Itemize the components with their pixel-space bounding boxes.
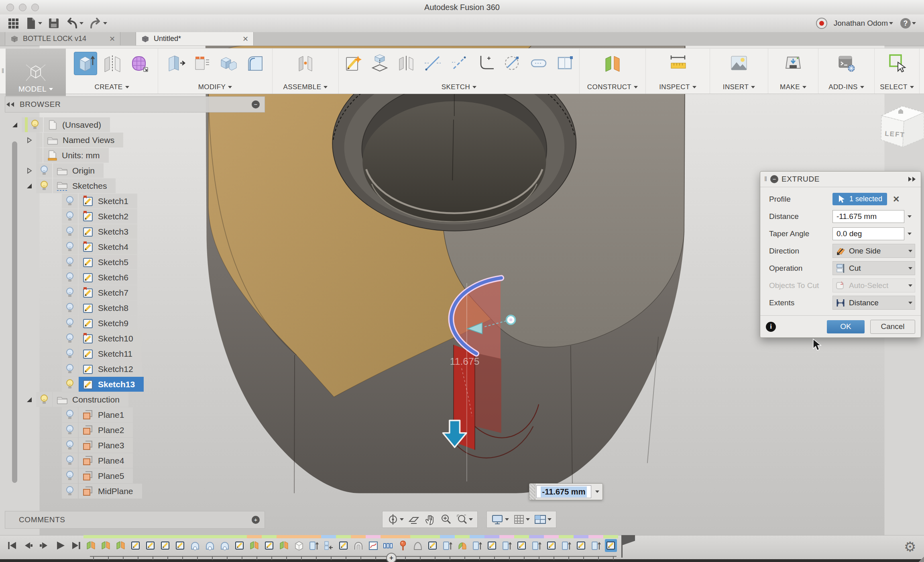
visibility-cell[interactable] bbox=[62, 377, 78, 392]
chevron-down-icon[interactable] bbox=[908, 215, 912, 218]
timeline-feature-plane[interactable] bbox=[83, 535, 98, 552]
ribbon-group-select-menu[interactable]: SELECT bbox=[880, 83, 914, 91]
visibility-bulb-icon[interactable] bbox=[65, 378, 75, 390]
timeline-feature-hole[interactable] bbox=[202, 535, 217, 552]
tab-untitled[interactable]: Untitled* ✕ bbox=[136, 32, 254, 45]
visibility-bulb-icon[interactable] bbox=[65, 348, 75, 360]
browser-row-plane2[interactable]: Plane2 bbox=[10, 423, 267, 437]
chevron-down-icon[interactable] bbox=[908, 233, 912, 235]
timeline-feature-plane[interactable] bbox=[277, 535, 291, 552]
timeline-feature-sketch[interactable] bbox=[514, 535, 529, 552]
collapsed-expander-icon[interactable] bbox=[24, 137, 35, 144]
visibility-bulb-icon[interactable] bbox=[65, 226, 75, 238]
display-button[interactable] bbox=[490, 513, 510, 526]
browser-item-sketch13[interactable]: Sketch13 bbox=[79, 377, 144, 392]
joint-button[interactable] bbox=[294, 52, 317, 74]
timeline-feature-patch[interactable] bbox=[366, 535, 381, 552]
taper-input[interactable]: 0.0 deg bbox=[832, 227, 904, 240]
visibility-cell[interactable] bbox=[62, 255, 78, 270]
line2-button[interactable] bbox=[448, 52, 470, 74]
ribbon-group-assemble-menu[interactable]: ASSEMBLE bbox=[283, 83, 328, 91]
browser-item-plane4[interactable]: Plane4 bbox=[79, 453, 133, 468]
pb-play-button[interactable] bbox=[54, 539, 67, 552]
collapsed-expander-icon[interactable] bbox=[24, 167, 35, 174]
slot-button[interactable] bbox=[527, 52, 550, 74]
browser-row-sketch12[interactable]: Sketch12 bbox=[10, 362, 267, 376]
cancel-button[interactable]: Cancel bbox=[870, 320, 915, 334]
browser-row-sketch13[interactable]: Sketch13 bbox=[10, 377, 267, 392]
browser-row-named-views[interactable]: Named Views bbox=[10, 133, 267, 147]
browser-item-midplane[interactable]: MidPlane bbox=[79, 484, 142, 499]
lookat-button[interactable] bbox=[407, 513, 421, 526]
chevron-down-icon[interactable] bbox=[400, 518, 404, 521]
visibility-cell[interactable] bbox=[62, 209, 78, 224]
fillet-button[interactable] bbox=[244, 52, 266, 74]
timeline-feature-pin[interactable] bbox=[395, 535, 410, 552]
visibility-bulb-icon[interactable] bbox=[65, 485, 75, 497]
visibility-cell[interactable] bbox=[62, 362, 78, 376]
app-grid-button[interactable] bbox=[6, 16, 20, 30]
visibility-cell[interactable] bbox=[62, 224, 78, 239]
timeline-feature-sketch[interactable] bbox=[603, 535, 618, 552]
browser-item-sketch11[interactable]: Sketch11 bbox=[79, 346, 141, 361]
project-button[interactable] bbox=[368, 52, 391, 74]
timeline-feature-plane[interactable] bbox=[98, 535, 113, 552]
expanded-expander-icon[interactable] bbox=[24, 396, 35, 403]
browser-item-sketch4[interactable]: Sketch4 bbox=[79, 239, 137, 254]
save-button[interactable] bbox=[47, 16, 61, 30]
timeline-feature-extrude[interactable] bbox=[499, 535, 514, 552]
visibility-cell[interactable] bbox=[62, 270, 78, 285]
browser-row-sketch8[interactable]: Sketch8 bbox=[10, 300, 267, 315]
visibility-bulb-icon[interactable] bbox=[39, 165, 49, 177]
visibility-cell[interactable] bbox=[62, 316, 78, 331]
visibility-cell[interactable] bbox=[62, 239, 78, 254]
browser-item-sketch6[interactable]: Sketch6 bbox=[79, 270, 137, 285]
browser-row-sketch2[interactable]: Sketch2 bbox=[10, 209, 267, 224]
visibility-cell[interactable] bbox=[62, 423, 78, 437]
browser-row-sketch6[interactable]: Sketch6 bbox=[10, 270, 267, 285]
timeline-feature-sketch[interactable] bbox=[544, 535, 559, 552]
collapse-panel-icon[interactable] bbox=[5, 101, 16, 108]
chevron-down-icon[interactable] bbox=[103, 22, 107, 25]
browser-item-sketch8[interactable]: Sketch8 bbox=[79, 300, 137, 315]
timeline-feature-hole[interactable] bbox=[217, 535, 232, 552]
visibility-cell[interactable] bbox=[36, 163, 52, 178]
chevron-down-icon[interactable] bbox=[526, 518, 530, 521]
visibility-bulb-icon[interactable] bbox=[65, 272, 75, 284]
distance-input[interactable]: -11.675 mm bbox=[832, 210, 904, 223]
browser-item-construction[interactable]: Construction bbox=[53, 392, 128, 407]
visibility-cell[interactable] bbox=[62, 331, 78, 346]
visibility-bulb-icon[interactable] bbox=[65, 470, 75, 482]
ribbon-group-construct-menu[interactable]: CONSTRUCT bbox=[587, 83, 638, 91]
browser-item-plane5[interactable]: Plane5 bbox=[79, 468, 133, 483]
timeline-feature-plane[interactable] bbox=[113, 535, 128, 552]
zoomwin-button[interactable] bbox=[455, 513, 474, 526]
browser-row-sketch10[interactable]: Sketch10 bbox=[10, 331, 267, 346]
undo-button[interactable] bbox=[65, 16, 84, 30]
browser-row-sketch5[interactable]: Sketch5 bbox=[10, 255, 267, 270]
info-icon[interactable]: i bbox=[766, 322, 776, 332]
visibility-bulb-icon[interactable] bbox=[65, 424, 75, 436]
ribbon-group-inspect-menu[interactable]: INSPECT bbox=[659, 83, 696, 91]
visibility-cell[interactable] bbox=[62, 453, 78, 468]
browser-row-origin[interactable]: Origin bbox=[10, 163, 267, 178]
visibility-cell[interactable] bbox=[62, 468, 78, 483]
ribbon-group-make-menu[interactable]: MAKE bbox=[780, 83, 806, 91]
visibility-bulb-icon[interactable] bbox=[65, 455, 75, 467]
zoom-button[interactable] bbox=[439, 513, 453, 526]
split-face-button[interactable] bbox=[191, 52, 213, 74]
visibility-bulb-icon[interactable] bbox=[65, 409, 75, 421]
ribbon-group-create-menu[interactable]: CREATE bbox=[94, 83, 129, 91]
pb-back-button[interactable] bbox=[22, 539, 35, 552]
add-comment-icon[interactable]: + bbox=[252, 516, 260, 524]
browser-row-sketch3[interactable]: Sketch3 bbox=[10, 224, 267, 239]
visibility-bulb-icon[interactable] bbox=[65, 195, 75, 207]
ribbon-group-sketch-menu[interactable]: SKETCH bbox=[442, 83, 476, 91]
redo-button[interactable] bbox=[88, 16, 108, 30]
browser-row-units--mm[interactable]: Units: mm bbox=[10, 148, 267, 163]
browser-item-sketch3[interactable]: Sketch3 bbox=[79, 224, 137, 239]
insert-image-button[interactable] bbox=[728, 52, 750, 74]
account-menu[interactable]: Jonathan Odom bbox=[833, 18, 894, 29]
record-icon[interactable] bbox=[816, 18, 827, 29]
browser-row-plane4[interactable]: Plane4 bbox=[10, 453, 267, 468]
